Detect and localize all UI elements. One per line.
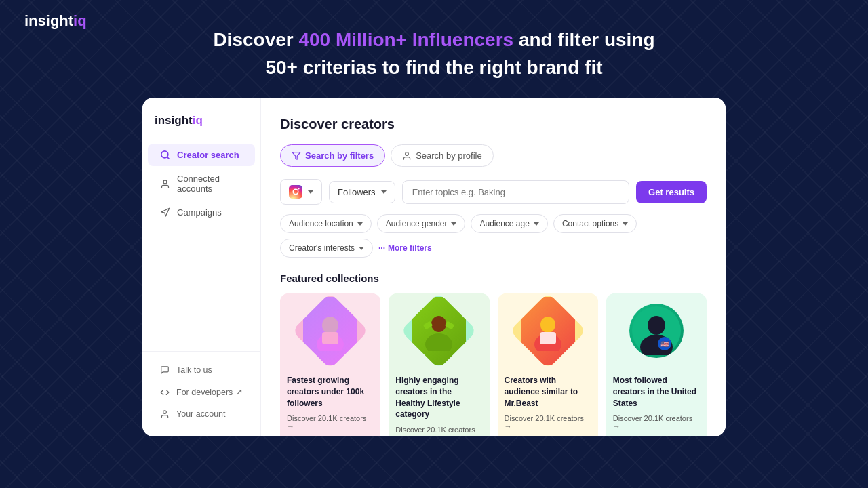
filter-label-audience-gender: Audience gender [386,219,448,228]
filter-contact-chevron [623,222,628,226]
collections-grid: Fastest growing creators under 100k foll… [280,293,707,436]
sidebar-item-talk-to-us[interactable]: Talk to us [148,360,255,380]
svg-rect-13 [445,321,454,330]
profile-icon [402,151,412,161]
card-label-most-followed-us: Most followed creators in the United Sta… [613,375,700,409]
filter-contact-options[interactable]: Contact options [553,214,637,233]
sidebar-label-connected-accounts: Connected accounts [177,174,243,194]
search-row: Followers Get results [280,179,707,205]
followers-select[interactable]: Followers [329,181,395,203]
avatar-diamond-2 [401,293,477,368]
chat-icon [160,365,170,375]
filter-audience-gender[interactable]: Audience gender [377,214,466,233]
tab-profile-label: Search by profile [416,150,482,161]
svg-rect-10 [322,332,338,344]
sidebar: insightiq Creator search Connected accou… [142,98,261,436]
avatar-circle-4: 🇺🇸 [629,304,684,358]
talk-to-us-label: Talk to us [176,365,212,375]
card-content-fastest-growing: Fastest growing creators under 100k foll… [280,368,380,436]
card-image-fastest-growing [280,293,380,368]
svg-text:🇺🇸: 🇺🇸 [660,340,669,348]
person2-svg [418,310,459,351]
card-content-highly-engaging: Highly engaging creators in the Healthy … [389,368,489,436]
sidebar-item-creator-search[interactable]: Creator search [148,144,255,166]
card-discover-similar-mrbeast: Discover 20.1K creators → [505,414,591,430]
search-tabs: Search by filters Search by profile [280,144,707,167]
collection-card-highly-engaging[interactable]: Highly engaging creators in the Healthy … [389,293,489,436]
sidebar-item-campaigns[interactable]: Campaigns [148,201,255,224]
sidebar-label-creator-search: Creator search [177,150,239,160]
svg-point-2 [163,411,167,414]
filter-row: Audience location Audience gender Audien… [280,214,707,258]
more-filters-label: More filters [388,243,432,253]
more-filters-button[interactable]: ··· More filters [378,243,432,253]
collection-card-most-followed-us[interactable]: 🇺🇸 Most followed creators in the United … [606,293,707,436]
sidebar-label-campaigns: Campaigns [177,207,222,218]
svg-point-11 [431,316,446,332]
tab-search-by-profile[interactable]: Search by profile [391,144,494,167]
collection-card-fastest-growing[interactable]: Fastest growing creators under 100k foll… [280,293,380,436]
instagram-icon [289,185,302,199]
svg-point-7 [298,188,300,189]
sidebar-item-connected-accounts[interactable]: Connected accounts [148,167,255,200]
user-icon [160,179,170,189]
filter-label-creators-interests: Creator's interests [289,243,355,253]
megaphone-icon [160,207,170,218]
hero-line1-start: Discover [213,29,298,50]
person3-svg [528,310,568,351]
hero-highlight: 400 Million+ Influencers [298,29,513,50]
person4-svg: 🇺🇸 [632,306,681,355]
get-results-button[interactable]: Get results [636,181,707,203]
sidebar-logo: insightiq [142,114,260,144]
svg-point-4 [406,152,409,155]
sidebar-item-for-developers[interactable]: For developers ↗ [148,382,255,403]
topic-input[interactable] [402,180,629,204]
platform-select[interactable] [280,179,322,205]
person1-svg [310,310,351,351]
svg-rect-17 [540,332,556,344]
collection-card-similar-mrbeast[interactable]: Creators with audience similar to Mr.Bea… [498,293,598,436]
filter-creators-interests[interactable]: Creator's interests [280,239,373,258]
card-image-similar-mrbeast [498,293,598,368]
tab-filters-label: Search by filters [305,150,374,161]
followers-chevron [381,190,387,194]
hero-header: Discover 400 Million+ Influencers and fi… [0,0,868,98]
svg-point-8 [322,317,338,334]
code-icon [160,388,170,397]
hero-line1-end: and filter using [513,29,654,50]
featured-collections-title: Featured collections [280,272,707,284]
svg-point-19 [648,316,665,335]
avatar-diamond-1 [292,293,369,368]
hero-title-line2: 50+ criterias to find the right brand fi… [0,57,868,79]
main-content: Discover creators Search by filters Sear… [261,98,726,436]
platform-chevron [308,190,313,194]
main-card: insightiq Creator search Connected accou… [142,98,726,436]
tab-search-by-filters[interactable]: Search by filters [280,144,385,167]
filter-audience-age[interactable]: Audience age [471,214,547,233]
card-discover-fastest-growing: Discover 20.1K creators → [287,414,374,430]
hero-title-line1: Discover 400 Million+ Influencers and fi… [0,26,868,54]
sidebar-bottom: Talk to us For developers ↗ Your account [142,351,260,426]
filter-interests-chevron [359,247,364,250]
filter-label-contact-options: Contact options [562,219,618,228]
your-account-label: Your account [176,409,226,419]
card-label-fastest-growing: Fastest growing creators under 100k foll… [287,375,374,409]
svg-rect-5 [289,185,302,199]
svg-point-15 [540,317,555,333]
filter-label-audience-age: Audience age [479,219,529,228]
account-icon [160,409,170,419]
followers-label: Followers [338,187,376,197]
card-image-highly-engaging [389,293,489,368]
filter-icon [292,151,301,161]
svg-marker-3 [292,152,300,159]
filter-audience-location[interactable]: Audience location [280,214,372,233]
svg-point-1 [163,180,167,183]
for-developers-label: For developers ↗ [176,387,243,397]
sidebar-item-your-account[interactable]: Your account [148,404,255,424]
sidebar-logo-accent: iq [193,114,203,127]
svg-point-14 [425,333,452,351]
card-discover-highly-engaging: Discover 20.1K creators → [395,426,482,436]
avatar-person3 [521,297,575,365]
filter-gender-chevron [451,222,456,226]
card-image-most-followed-us: 🇺🇸 [606,293,707,368]
